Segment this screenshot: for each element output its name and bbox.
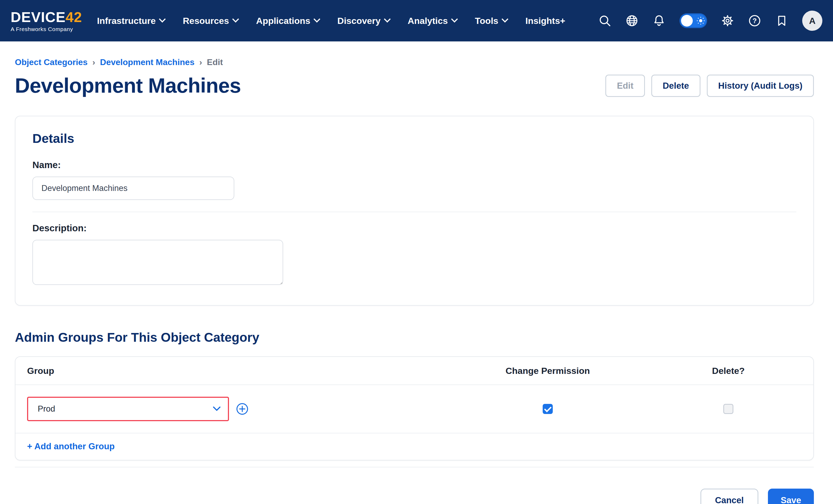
breadcrumb-object-categories[interactable]: Object Categories bbox=[15, 57, 88, 67]
nav-item-tools[interactable]: Tools bbox=[475, 16, 507, 26]
delete-button[interactable]: Delete bbox=[651, 75, 700, 97]
brand-name: DEVICE42 bbox=[10, 10, 82, 24]
add-group-row: + Add another Group bbox=[16, 433, 813, 460]
admin-groups-table: Group Change Permission Delete? Prod bbox=[15, 356, 814, 460]
delete-cell bbox=[643, 404, 813, 414]
change-permission-cell bbox=[452, 404, 643, 414]
breadcrumb-development-machines[interactable]: Development Machines bbox=[100, 57, 195, 67]
nav-item-label: Resources bbox=[183, 16, 229, 26]
cancel-button[interactable]: Cancel bbox=[700, 488, 758, 504]
bookmark-icon[interactable] bbox=[775, 14, 788, 27]
avatar-initial: A bbox=[809, 16, 816, 26]
page-header: Development Machines Edit Delete History… bbox=[15, 74, 814, 98]
chevron-down-icon bbox=[384, 16, 390, 22]
chevron-down-icon bbox=[159, 16, 166, 22]
breadcrumb-separator: › bbox=[92, 57, 95, 67]
table-row: Prod bbox=[16, 385, 813, 433]
section-divider bbox=[15, 467, 814, 467]
nav-item-resources[interactable]: Resources bbox=[183, 16, 238, 26]
save-button[interactable]: Save bbox=[768, 488, 814, 504]
history-audit-logs-button[interactable]: History (Audit Logs) bbox=[707, 75, 814, 97]
add-group-plus-icon[interactable] bbox=[236, 403, 248, 415]
svg-text:?: ? bbox=[753, 17, 757, 25]
brand-accent: 42 bbox=[66, 9, 82, 25]
notifications-bell-icon[interactable] bbox=[652, 14, 666, 27]
breadcrumb: Object Categories › Development Machines… bbox=[15, 57, 814, 67]
description-input[interactable] bbox=[32, 240, 283, 285]
nav-item-label: Tools bbox=[475, 16, 498, 26]
nav-item-applications[interactable]: Applications bbox=[256, 16, 319, 26]
footer-actions: Cancel Save bbox=[15, 488, 814, 504]
page-actions: Edit Delete History (Audit Logs) bbox=[605, 75, 814, 97]
brand-primary: DEVICE bbox=[10, 9, 66, 25]
name-label: Name: bbox=[32, 160, 796, 170]
search-icon[interactable] bbox=[598, 14, 612, 27]
nav-item-label: Insights+ bbox=[525, 16, 565, 26]
nav-item-insights[interactable]: Insights+ bbox=[525, 16, 565, 26]
group-select[interactable]: Prod bbox=[27, 397, 229, 421]
top-navigation: DEVICE42 A Freshworks Company Infrastruc… bbox=[0, 0, 833, 42]
nav-utilities: ? A bbox=[598, 10, 823, 31]
nav-item-label: Applications bbox=[256, 16, 310, 26]
chevron-down-icon bbox=[501, 16, 508, 22]
nav-item-analytics[interactable]: Analytics bbox=[408, 16, 457, 26]
page-title: Development Machines bbox=[15, 74, 241, 98]
details-card: Details Name: Description: bbox=[15, 116, 814, 306]
help-icon[interactable]: ? bbox=[748, 14, 761, 27]
edit-button[interactable]: Edit bbox=[605, 75, 645, 97]
breadcrumb-current: Edit bbox=[207, 57, 223, 67]
admin-groups-heading: Admin Groups For This Object Category bbox=[15, 330, 814, 345]
chevron-down-icon bbox=[213, 407, 220, 411]
group-cell: Prod bbox=[27, 397, 452, 421]
nav-menu: Infrastructure Resources Applications Di… bbox=[97, 16, 565, 26]
chevron-down-icon bbox=[232, 16, 239, 22]
nav-item-label: Infrastructure bbox=[97, 16, 156, 26]
toggle-knob-icon bbox=[681, 15, 693, 27]
globe-icon[interactable] bbox=[625, 14, 639, 27]
nav-item-label: Discovery bbox=[337, 16, 381, 26]
user-avatar[interactable]: A bbox=[802, 10, 823, 31]
brand-tagline: A Freshworks Company bbox=[10, 26, 82, 32]
breadcrumb-separator: › bbox=[199, 57, 202, 67]
nav-item-label: Analytics bbox=[408, 16, 448, 26]
details-heading: Details bbox=[32, 131, 796, 146]
description-label: Description: bbox=[32, 223, 796, 234]
theme-toggle[interactable] bbox=[680, 13, 707, 28]
field-divider bbox=[32, 212, 796, 212]
sun-icon bbox=[696, 17, 705, 25]
add-another-group-link[interactable]: + Add another Group bbox=[27, 441, 115, 451]
nav-item-discovery[interactable]: Discovery bbox=[337, 16, 390, 26]
change-permission-checkbox[interactable] bbox=[543, 404, 553, 414]
column-header-change-permission: Change Permission bbox=[452, 366, 643, 376]
name-input[interactable] bbox=[32, 176, 234, 200]
table-header-row: Group Change Permission Delete? bbox=[16, 357, 813, 385]
column-header-group: Group bbox=[27, 366, 452, 376]
delete-checkbox[interactable] bbox=[723, 404, 733, 414]
chevron-down-icon bbox=[313, 16, 320, 22]
group-select-value: Prod bbox=[38, 404, 55, 414]
device42-logo[interactable]: DEVICE42 A Freshworks Company bbox=[10, 10, 82, 32]
page-content: Object Categories › Development Machines… bbox=[0, 57, 833, 504]
column-header-delete: Delete? bbox=[643, 366, 813, 376]
gear-icon[interactable] bbox=[721, 14, 734, 27]
chevron-down-icon bbox=[451, 16, 458, 22]
nav-item-infrastructure[interactable]: Infrastructure bbox=[97, 16, 165, 26]
